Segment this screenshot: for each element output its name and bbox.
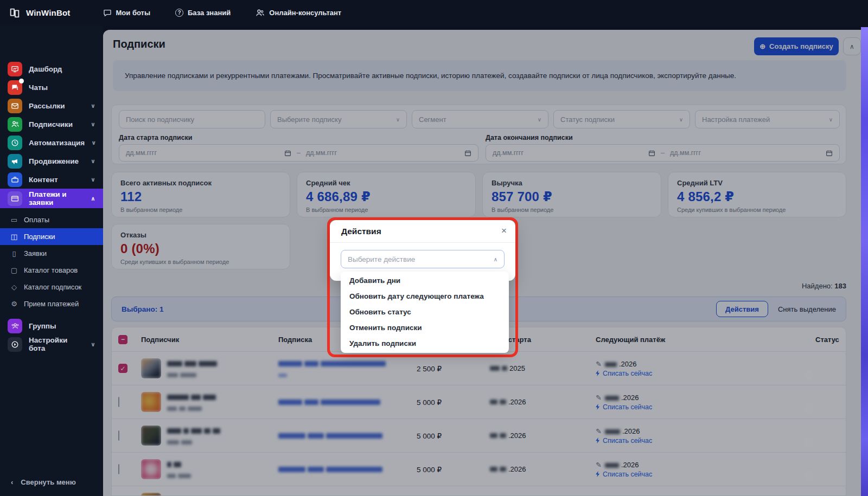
sidebar-item-label: Подписчики [29,120,73,128]
nav-my-bots[interactable]: Мои боты [103,9,151,17]
app-window: WinWinBot Мои боты ? База знаний Онлайн-… [0,0,868,496]
sidebar-subitem-label: Прием платежей [24,300,79,308]
modal-divider [330,242,515,243]
question-icon: ? [175,9,183,17]
collapse-menu-label: Свернуть меню [21,478,75,486]
dropdown-option-update-status[interactable]: Обновить статус [341,304,509,320]
sidebar-item-label: Платежи и заявки [29,190,84,207]
sidebar-subitem-label: Оплаты [24,216,49,224]
automation-icon [8,136,22,150]
chevron-left-icon: ‹ [11,478,13,486]
sidebar-item-label: Контент [29,176,58,184]
chevron-down-icon: ∨ [91,102,95,109]
megaphone-icon [8,154,22,169]
chevron-down-icon: ∨ [91,176,95,183]
bot-settings-icon [8,337,22,352]
sidebar-item-content[interactable]: Контент ∨ [0,170,103,189]
topbar: WinWinBot Мои боты ? База знаний Онлайн-… [0,0,868,25]
sidebar-subitem-subscription-catalog[interactable]: ◇ Каталог подписок [0,279,103,295]
page-content: Подписки ⊕ Создать подписку ∧ Управление… [103,30,868,496]
desktop-wallpaper-strip [861,27,868,496]
mail-icon [8,99,22,113]
subscription-outline-icon: ◫ [10,233,18,241]
modal-title: Действия [341,227,381,236]
sidebar-item-label: Группы [29,322,56,330]
subscribers-icon [8,117,22,132]
brand[interactable]: WinWinBot [9,7,71,19]
nav-knowledge-base[interactable]: ? База знаний [175,9,231,17]
sidebar-subitem-product-catalog[interactable]: ▢ Каталог товаров [0,262,103,279]
sidebar-item-groups[interactable]: Группы [0,317,103,335]
sidebar-item-label: Автоматизация [29,139,85,147]
sidebar-item-broadcasts[interactable]: Рассылки ∨ [0,96,103,115]
gear-outline-icon: ⚙ [10,300,18,308]
sidebar-subitem-label: Подписки [24,233,55,241]
chats-unread-badge [19,79,24,83]
dropdown-option-cancel-subscriptions[interactable]: Отменить подписки [341,320,509,336]
topnav: Мои боты ? База знаний Онлайн-консультан… [103,9,342,17]
chat-bubble-icon [103,9,112,17]
sidebar-item-chats[interactable]: Чаты [0,78,103,96]
winwinbot-logo-icon [9,7,21,19]
action-select[interactable]: Выберите действие ∧ [341,250,505,268]
sidebar-item-label: Продвижение [29,157,79,165]
action-dropdown: Добавить дни Обновить дату следующего пл… [341,272,509,353]
briefcase-icon [8,172,22,187]
close-icon[interactable]: × [501,226,507,236]
groups-icon [8,319,22,333]
sidebar-subitem-label: Заявки [24,249,47,257]
dropdown-option-delete-subscriptions[interactable]: Удалить подписки [341,336,509,351]
main-area: Подписки ⊕ Создать подписку ∧ Управление… [103,25,868,496]
sidebar-subitem-payment-acceptance[interactable]: ⚙ Прием платежей [0,295,103,312]
people-icon [256,9,265,17]
sidebar-item-subscribers[interactable]: Подписчики ∨ [0,115,103,133]
chevron-down-icon: ∨ [91,341,95,348]
sidebar-item-label: Дашборд [29,65,62,73]
chevron-up-icon: ∧ [91,195,95,202]
sidebar-item-bot-settings[interactable]: Настройки бота ∨ [0,335,103,353]
dropdown-option-add-days[interactable]: Добавить дни [341,273,509,288]
brand-name: WinWinBot [26,8,71,17]
sidebar-item-label: Рассылки [29,102,65,110]
chevron-down-icon: ∨ [91,139,96,146]
sidebar-item-dashboard[interactable]: Дашборд [0,60,103,78]
nav-online-consultant[interactable]: Онлайн-консультант [256,9,341,17]
card-icon [8,191,22,206]
nav-online-consultant-label: Онлайн-консультант [269,9,341,17]
sidebar: Дашборд Чаты Рассылки ∨ Подписчики ∨ [0,25,103,496]
document-outline-icon: ▯ [10,249,18,257]
sidebar-item-label: Настройки бота [29,336,84,352]
chevron-up-icon: ∧ [494,256,497,262]
cube-outline-icon: ◇ [10,283,18,291]
sidebar-subitem-requests[interactable]: ▯ Заявки [0,245,103,262]
nav-knowledge-base-label: База знаний [188,9,231,17]
sidebar-item-payments[interactable]: Платежи и заявки ∧ [0,189,103,208]
sidebar-subitem-label: Каталог товаров [24,266,78,274]
chats-icon [8,80,22,95]
sidebar-item-promotion[interactable]: Продвижение ∨ [0,152,103,170]
bag-outline-icon: ▢ [10,266,18,274]
chevron-down-icon: ∨ [91,158,95,165]
action-select-placeholder: Выберите действие [348,255,415,263]
sidebar-item-automation[interactable]: Автоматизация ∨ [0,133,103,152]
sidebar-subitem-subscriptions[interactable]: ◫ Подписки [0,228,103,245]
card-outline-icon: ▭ [10,216,18,224]
dashboard-icon [8,62,22,76]
dropdown-option-update-next-payment-date[interactable]: Обновить дату следующего платежа [341,288,509,304]
chevron-down-icon: ∨ [91,121,95,128]
sidebar-subitem-label: Каталог подписок [24,283,81,291]
nav-my-bots-label: Мои боты [116,9,151,17]
sidebar-item-label: Чаты [29,83,48,92]
collapse-menu-button[interactable]: ‹ Свернуть меню [0,478,103,486]
sidebar-subitem-payments-list[interactable]: ▭ Оплаты [0,211,103,228]
